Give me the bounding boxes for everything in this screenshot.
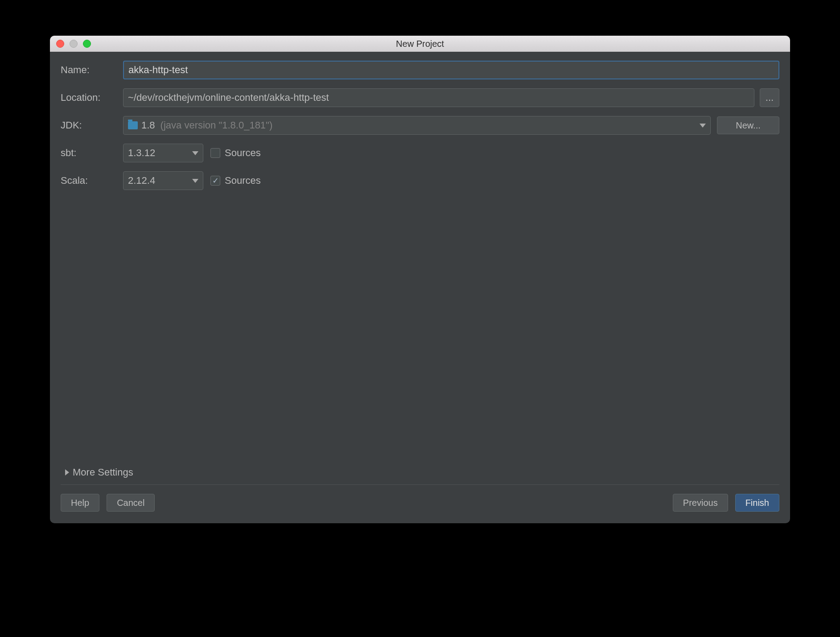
finish-label: Finish [745, 498, 769, 508]
cancel-button[interactable]: Cancel [107, 494, 155, 512]
minimize-icon [70, 40, 78, 48]
chevron-right-icon [65, 469, 69, 476]
previous-label: Previous [683, 498, 718, 508]
finish-button[interactable]: Finish [735, 494, 779, 512]
scala-sources-label: Sources [225, 175, 261, 186]
sbt-combo[interactable]: 1.3.12 [123, 144, 203, 162]
location-input[interactable]: ~/dev/rockthejvm/online-content/akka-htt… [123, 88, 754, 107]
name-input[interactable]: akka-http-test [123, 61, 779, 79]
new-project-dialog: New Project Name: akka-http-test Locatio… [50, 36, 790, 523]
row-scala: Scala: 2.12.4 Sources [61, 171, 779, 190]
dialog-body: Name: akka-http-test Location: ~/dev/roc… [50, 52, 790, 485]
more-settings-label: More Settings [73, 467, 133, 478]
jdk-combo[interactable]: 1.8 (java version "1.8.0_181") [123, 116, 711, 135]
sbt-sources-label: Sources [225, 147, 261, 159]
ellipsis-icon: ... [766, 92, 774, 103]
jdk-combo-value: 1.8 (java version "1.8.0_181") [128, 120, 272, 131]
scala-sources-checkbox[interactable] [210, 176, 220, 186]
browse-location-button[interactable]: ... [760, 88, 779, 107]
help-label: Help [71, 498, 89, 508]
cancel-label: Cancel [117, 498, 144, 508]
folder-icon [128, 121, 138, 129]
dialog-footer: Help Cancel Previous Finish [50, 494, 790, 523]
name-value: akka-http-test [128, 64, 188, 76]
new-jdk-button[interactable]: New... [717, 116, 779, 134]
jdk-label: JDK: [61, 120, 123, 131]
row-sbt: sbt: 1.3.12 Sources [61, 144, 779, 162]
help-button[interactable]: Help [61, 494, 99, 512]
row-location: Location: ~/dev/rockthejvm/online-conten… [61, 88, 779, 107]
location-value: ~/dev/rockthejvm/online-content/akka-htt… [128, 92, 329, 103]
sbt-sources-checkbox[interactable] [210, 148, 220, 158]
titlebar: New Project [50, 36, 790, 52]
sbt-value: 1.3.12 [128, 147, 155, 159]
jdk-version: 1.8 [141, 120, 155, 131]
jdk-description: (java version "1.8.0_181") [161, 120, 273, 131]
maximize-icon[interactable] [83, 40, 91, 48]
scala-value: 2.12.4 [128, 175, 155, 186]
previous-button[interactable]: Previous [673, 494, 728, 512]
window-controls [56, 40, 91, 48]
row-name: Name: akka-http-test [61, 61, 779, 79]
window-title: New Project [50, 39, 790, 49]
scala-label: Scala: [61, 175, 123, 186]
name-label: Name: [61, 64, 123, 76]
close-icon[interactable] [56, 40, 64, 48]
chevron-down-icon [192, 179, 198, 183]
more-settings-toggle[interactable]: More Settings [65, 467, 779, 482]
row-jdk: JDK: 1.8 (java version "1.8.0_181") New.… [61, 116, 779, 135]
sbt-label: sbt: [61, 147, 123, 159]
scala-combo[interactable]: 2.12.4 [123, 171, 203, 190]
chevron-down-icon [700, 124, 706, 128]
new-jdk-label: New... [736, 120, 761, 131]
chevron-down-icon [192, 151, 198, 155]
divider [61, 484, 779, 485]
location-label: Location: [61, 92, 123, 103]
